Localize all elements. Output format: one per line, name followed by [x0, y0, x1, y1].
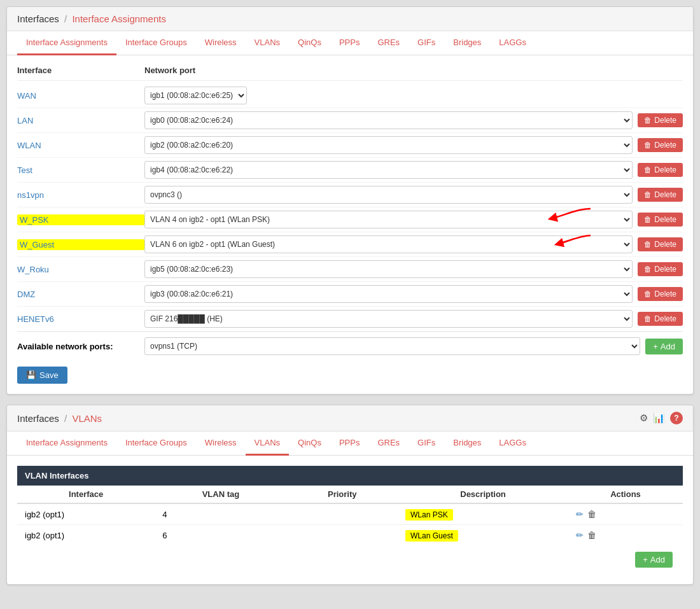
tab1-gres[interactable]: GREs — [368, 31, 409, 55]
trash-icon: 🗑 — [644, 215, 652, 224]
vlan-interfaces-table: VLAN Interfaces Interface VLAN tag Prior… — [17, 466, 683, 545]
action-icons-2: ✏ 🗑 — [576, 530, 675, 540]
interface-name-test[interactable]: Test — [17, 165, 32, 175]
vlan-description-2: WLan Guest — [398, 525, 568, 546]
vlan-add-button[interactable]: + Add — [635, 552, 673, 568]
help-icon[interactable]: ? — [670, 412, 683, 424]
vlan-section-header: VLAN Interfaces — [17, 466, 683, 486]
tab1-bridges[interactable]: Bridges — [444, 31, 490, 55]
trash-icon: 🗑 — [644, 290, 652, 298]
breadcrumb1-base: Interfaces — [17, 13, 59, 24]
interface-name-wroku[interactable]: W_Roku — [17, 265, 49, 274]
port-select-test[interactable]: igb4 (00:08:a2:0c:e6:22) — [144, 161, 633, 179]
trash-icon: 🗑 — [644, 165, 652, 174]
port-select-ns1vpn[interactable]: ovpnc3 () — [144, 186, 633, 204]
tab2-interface-groups[interactable]: Interface Groups — [116, 431, 196, 456]
tab1-vlans[interactable]: VLANs — [246, 31, 289, 55]
tab2-laggs[interactable]: LAGGs — [490, 431, 535, 456]
table-row: ns1vpn ovpnc3 () 🗑 Delete — [17, 183, 683, 207]
interface-assignments-table: Interface Network port WAN igb1 (00:08:a… — [17, 66, 683, 360]
table-row: igb2 (opt1) 6 WLan Guest ✏ 🗑 — [17, 525, 683, 546]
delete-button-henetv6[interactable]: 🗑 Delete — [638, 312, 683, 326]
add-button[interactable]: + Add — [645, 339, 683, 354]
panel2-tabs: Interface Assignments Interface Groups W… — [7, 431, 693, 456]
vlan-col-priority: Priority — [287, 486, 398, 503]
port-select-dmz[interactable]: igb3 (00:08:a2:0c:e6:21) — [144, 285, 633, 303]
interface-name-ns1vpn[interactable]: ns1vpn — [17, 190, 44, 200]
tab2-gres[interactable]: GREs — [368, 431, 409, 456]
delete-button-wlan[interactable]: 🗑 Delete — [638, 138, 683, 152]
interface-name-dmz[interactable]: DMZ — [17, 290, 35, 299]
vlan-section-title: VLAN Interfaces — [17, 466, 683, 486]
breadcrumb1-sep: / — [64, 13, 67, 24]
port-select-henetv6[interactable]: GIF 216█████ (HE) — [144, 310, 633, 328]
tab2-interface-assignments[interactable]: Interface Assignments — [17, 431, 116, 456]
plus-icon: + — [653, 342, 658, 351]
tab1-wireless[interactable]: Wireless — [196, 31, 246, 55]
port-select-wlan[interactable]: igb2 (00:08:a2:0c:e6:20) — [144, 136, 633, 154]
delete-button-wroku[interactable]: 🗑 Delete — [638, 262, 683, 276]
tab2-qinqs[interactable]: QinQs — [289, 431, 330, 456]
tab1-interface-assignments[interactable]: Interface Assignments — [17, 31, 116, 55]
vlan-tag-1: 4 — [155, 503, 286, 525]
interface-name-lan[interactable]: LAN — [17, 116, 33, 125]
vlan-col-interface: Interface — [17, 486, 155, 503]
table-row: WLAN igb2 (00:08:a2:0c:e6:20) 🗑 Delete — [17, 133, 683, 158]
delete-button-dmz[interactable]: 🗑 Delete — [638, 287, 683, 301]
panel2-header-icons: ⚙ 📊 ? — [640, 412, 683, 424]
delete-button-wguest[interactable]: 🗑 Delete — [638, 237, 683, 251]
save-button[interactable]: 💾 Save — [17, 367, 67, 384]
trash-icon-2[interactable]: 🗑 — [587, 530, 596, 540]
vlan-col-headers: Interface VLAN tag Priority Description … — [17, 486, 683, 503]
port-select-lan[interactable]: igb0 (00:08:a2:0c:e6:24) — [144, 111, 633, 129]
tab2-bridges[interactable]: Bridges — [444, 431, 490, 456]
trash-icon: 🗑 — [644, 314, 652, 323]
settings-icon[interactable]: ⚙ — [640, 412, 648, 424]
table-row: igb2 (opt1) 4 WLan PSK ✏ 🗑 — [17, 503, 683, 525]
vlan-priority-2 — [287, 525, 398, 546]
tab1-ppps[interactable]: PPPs — [330, 31, 369, 55]
available-ports-select[interactable]: ovpns1 (TCP) — [144, 337, 640, 355]
tab2-gifs[interactable]: GIFs — [409, 431, 444, 456]
available-ports-label: Available network ports: — [17, 342, 144, 351]
save-icon: 💾 — [26, 370, 36, 380]
vlan-interface-2: igb2 (opt1) — [17, 525, 155, 546]
trash-icon: 🗑 — [644, 141, 652, 150]
tab1-gifs[interactable]: GIFs — [409, 31, 444, 55]
panel-vlans: Interfaces / VLANs ⚙ 📊 ? Interface Assig… — [6, 405, 694, 585]
edit-icon-2[interactable]: ✏ — [576, 530, 584, 540]
tab1-interface-groups[interactable]: Interface Groups — [116, 31, 196, 55]
tab2-wireless[interactable]: Wireless — [196, 431, 246, 456]
interface-name-wguest[interactable]: W_Guest — [17, 239, 144, 250]
table-header: Interface Network port — [17, 66, 683, 81]
trash-icon: 🗑 — [644, 190, 652, 199]
red-arrow-wguest — [552, 232, 597, 250]
interface-name-henetv6[interactable]: HENETv6 — [17, 314, 54, 324]
tab1-qinqs[interactable]: QinQs — [289, 31, 330, 55]
panel2-header: Interfaces / VLANs ⚙ 📊 ? — [7, 405, 693, 431]
interface-name-wlan[interactable]: WLAN — [17, 141, 41, 150]
panel1-header: Interfaces / Interface Assignments — [7, 7, 693, 31]
trash-icon-1[interactable]: 🗑 — [587, 509, 596, 519]
trash-icon: 🗑 — [644, 240, 652, 249]
vlan-interface-1: igb2 (opt1) — [17, 503, 155, 525]
tab1-laggs[interactable]: LAGGs — [490, 31, 535, 55]
interface-name-wpsk[interactable]: W_PSK — [17, 214, 144, 225]
col-header-port: Network port — [144, 66, 683, 75]
interface-name-wan[interactable]: WAN — [17, 91, 36, 101]
tab2-vlans[interactable]: VLANs — [246, 431, 289, 456]
tab2-ppps[interactable]: PPPs — [330, 431, 369, 456]
table-row: Test igb4 (00:08:a2:0c:e6:22) 🗑 Delete — [17, 158, 683, 183]
chart-icon[interactable]: 📊 — [653, 412, 665, 424]
delete-button-lan[interactable]: 🗑 Delete — [638, 113, 683, 127]
port-select-wroku[interactable]: igb5 (00:08:a2:0c:e6:23) — [144, 260, 633, 278]
port-select-wan[interactable]: igb1 (00:08:a2:0c:e6:25) — [144, 87, 247, 104]
edit-icon-1[interactable]: ✏ — [576, 509, 584, 519]
table-row: WAN igb1 (00:08:a2:0c:e6:25) — [17, 83, 683, 108]
delete-button-ns1vpn[interactable]: 🗑 Delete — [638, 188, 683, 202]
breadcrumb2-base: Interfaces — [17, 413, 59, 424]
delete-button-wpsk[interactable]: 🗑 Delete — [638, 213, 683, 227]
panel1-body: Interface Network port WAN igb1 (00:08:a… — [7, 55, 693, 394]
delete-button-test[interactable]: 🗑 Delete — [638, 163, 683, 177]
trash-icon: 🗑 — [644, 265, 652, 274]
